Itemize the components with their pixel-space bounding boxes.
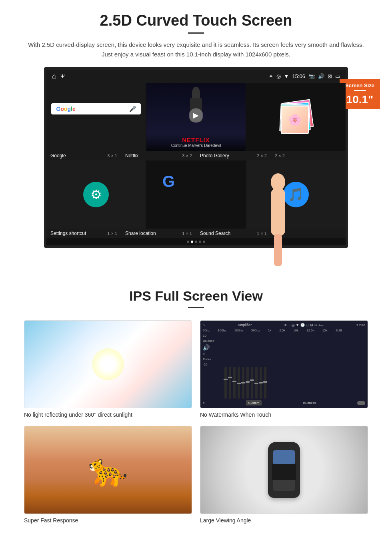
gps-icon: ◎ xyxy=(276,73,281,79)
settings-label: Settings shortcut 1 × 1 xyxy=(46,231,121,236)
amp-slider-6[interactable] xyxy=(246,367,249,399)
settings-app-name: Settings shortcut xyxy=(50,231,86,236)
sunlight-inner xyxy=(24,321,192,408)
amp-slider-8[interactable] xyxy=(255,367,258,399)
photo-gallery-cell[interactable]: 🌸 xyxy=(246,83,346,151)
app-grid-row1: Google 🎤 ▶ NETFLIX Continue Marvel's Dar… xyxy=(46,83,346,151)
play-button[interactable]: ▶ xyxy=(189,108,203,122)
empty-label: 2 × 2 xyxy=(271,153,346,159)
device-screen: ⌂ Ψ ✴ ◎ ▼ 15:06 📷 🔊 ⊠ ▭ xyxy=(44,67,348,248)
camera-icon: 📷 xyxy=(308,73,315,79)
sun-glow xyxy=(92,348,124,380)
share-app-size: 1 × 1 xyxy=(182,231,192,236)
car-windshield xyxy=(273,450,295,464)
usb-icon: Ψ xyxy=(60,73,65,79)
pager-dot-1 xyxy=(187,241,189,243)
amp-home: ⌂ xyxy=(203,323,205,327)
amp-slider-9[interactable] xyxy=(260,367,262,399)
app-grid-row2: ⚙ G 🎵 xyxy=(46,161,346,229)
device-mockup: Screen Size 10.1" ⌂ Ψ ✴ ◎ ▼ 15:06 xyxy=(44,67,348,248)
volume-icon: 🔊 xyxy=(318,73,324,79)
sunlight-image xyxy=(24,320,192,408)
amp-slider-5[interactable] xyxy=(242,367,244,399)
car-roof xyxy=(272,464,296,480)
home-icon: ⌂ xyxy=(52,72,56,80)
cheetah-label: Super Fast Response xyxy=(24,517,192,524)
device-container: Screen Size 10.1" ⌂ Ψ ✴ ◎ ▼ 15:06 xyxy=(24,67,368,248)
sound-app-size: 1 × 1 xyxy=(257,231,267,236)
google-app-name: Google xyxy=(50,153,66,159)
share-app-name: Share location xyxy=(125,231,156,236)
netflix-logo: NETFLIX xyxy=(150,136,242,143)
x-status-icon: ⊠ xyxy=(328,73,332,79)
settings-icon: ⚙ xyxy=(83,182,109,207)
settings-app-size: 1 × 1 xyxy=(107,231,117,236)
section-curved-screen: 2.5D Curved Touch Screen With 2.5D curve… xyxy=(0,0,392,256)
amp-content: 10 Balance 🔊 0 Fader -10 xyxy=(203,334,365,399)
amp-title: Amplifier xyxy=(238,323,252,327)
badge-line xyxy=(354,90,366,91)
amp-left-labels: 10 Balance 🔊 0 Fader -10 xyxy=(203,334,223,399)
amp-slider-7[interactable] xyxy=(251,367,253,399)
feature-watermarks: ⌂ Amplifier ≡ ··· ◎ ▼ 🕐 ⊡ ⊠ ⇒ ⟵ 17:33 60… xyxy=(200,320,368,418)
settings-app-cell[interactable]: ⚙ xyxy=(46,161,146,229)
watermarks-label: No Watermarks When Touch xyxy=(200,411,368,418)
sound-app-name: Sound Search xyxy=(200,231,230,236)
section1-description: With 2.5D curved-display screen, this de… xyxy=(24,40,368,59)
status-bar-left: ⌂ Ψ xyxy=(52,72,65,80)
amp-image: ⌂ Amplifier ≡ ··· ◎ ▼ 🕐 ⊡ ⊠ ⇒ ⟵ 17:33 60… xyxy=(200,320,368,408)
section-divider xyxy=(0,268,392,268)
amp-freq-labels: 60hz100hz200hz500hz1k2.5k10k12.5k15kSUB xyxy=(203,329,365,332)
share-location-cell[interactable]: G xyxy=(146,161,246,229)
pager-dot-5 xyxy=(203,241,205,243)
netflix-app-size: 3 × 2 xyxy=(182,153,192,158)
section2-title: IPS Full Screen View xyxy=(24,288,368,304)
photo-stack: 🌸 xyxy=(280,101,312,133)
feature-cheetah: 🐆 Super Fast Response xyxy=(24,426,192,524)
amp-slider-group xyxy=(224,367,365,399)
amp-topbar: ⌂ Amplifier ≡ ··· ◎ ▼ 🕐 ⊡ ⊠ ⇒ ⟵ 17:33 xyxy=(203,323,365,327)
amp-label-0: 0 xyxy=(203,352,223,356)
netflix-label: Netflix 3 × 2 xyxy=(121,153,196,159)
amp-slider-1[interactable] xyxy=(224,367,227,399)
bluetooth-icon: ✴ xyxy=(269,73,273,79)
amp-time: 17:33 xyxy=(356,323,365,327)
amp-slider-4[interactable] xyxy=(238,367,240,399)
amp-label-neg10: -10 xyxy=(203,363,223,366)
share-label: Share location 1 × 1 xyxy=(121,231,196,236)
amp-slider-10[interactable] xyxy=(264,367,266,399)
amp-label-10: 10 xyxy=(203,334,223,337)
google-app-cell[interactable]: Google 🎤 xyxy=(46,83,146,151)
section2-title-underline xyxy=(188,307,204,308)
amp-icons: ≡ ··· ◎ ▼ 🕐 ⊡ ⊠ ⇒ ⟵ xyxy=(284,323,324,327)
amp-slider-3[interactable] xyxy=(233,367,236,399)
status-bar-right: ✴ ◎ ▼ 15:06 📷 🔊 ⊠ ▭ xyxy=(269,73,340,79)
feature-car: Large Viewing Angle xyxy=(200,426,368,524)
feature-sunlight: No light reflecting under 360° direct su… xyxy=(24,320,192,418)
amp-back: « xyxy=(203,401,204,405)
sound-icon: 🎵 xyxy=(283,182,309,207)
google-app-size: 3 × 1 xyxy=(107,153,117,158)
app-labels-row1: Google 3 × 1 Netflix 3 × 2 Photo Gallery… xyxy=(46,151,346,161)
google-search-bar[interactable]: Google 🎤 xyxy=(51,103,140,114)
car-rear xyxy=(273,480,295,491)
pager-dots xyxy=(46,238,346,245)
amp-fader: Fader xyxy=(203,357,223,361)
amp-loudness-label: loudness xyxy=(303,401,316,405)
netflix-overlay: NETFLIX Continue Marvel's Daredevil xyxy=(146,133,246,151)
amp-loudness-toggle[interactable] xyxy=(357,401,365,405)
google-maps-icon: G xyxy=(162,173,175,191)
sound-search-cell[interactable]: 🎵 xyxy=(246,161,346,229)
netflix-app-cell[interactable]: ▶ NETFLIX Continue Marvel's Daredevil xyxy=(146,83,246,151)
photo-card-4: 🌸 xyxy=(281,106,309,134)
section-ips-screen: IPS Full Screen View No light reflecting… xyxy=(0,280,392,536)
car-label: Large Viewing Angle xyxy=(200,517,368,524)
empty-app-size: 2 × 2 xyxy=(275,153,285,158)
mic-icon: 🎤 xyxy=(129,106,136,112)
car-top-down xyxy=(268,442,300,498)
amp-custom-button[interactable]: Custom xyxy=(246,400,262,405)
wifi-icon: ▼ xyxy=(284,73,289,79)
cheetah-image: 🐆 xyxy=(24,426,192,514)
flower-icon: 🌸 xyxy=(288,113,302,126)
amp-slider-2[interactable] xyxy=(229,367,231,399)
